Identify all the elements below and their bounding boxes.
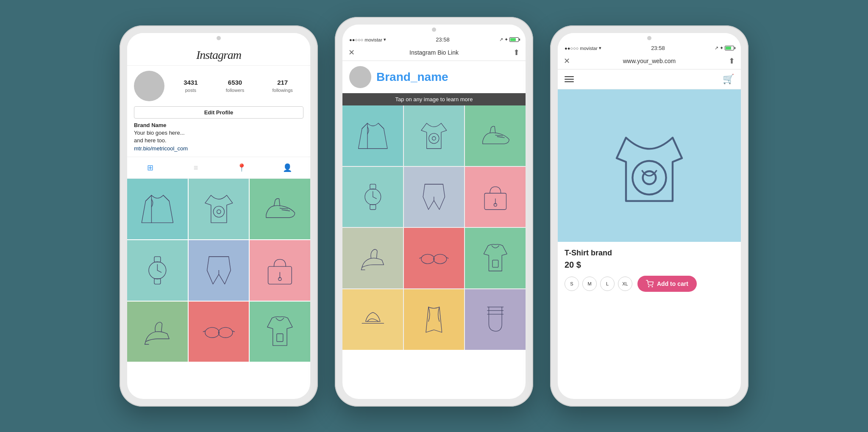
hamburger-menu-icon[interactable] xyxy=(565,76,574,82)
bio-grid-sunglasses[interactable] xyxy=(404,228,465,288)
bio-grid-pants[interactable] xyxy=(404,167,465,227)
signal-icon-2: ↗ xyxy=(499,37,503,42)
grid-item-shoes[interactable] xyxy=(250,179,310,239)
battery-2 xyxy=(509,37,519,42)
grid-item-bag[interactable] xyxy=(250,240,310,301)
size-s[interactable]: S xyxy=(565,277,579,291)
browser-close-3[interactable]: ✕ xyxy=(564,57,570,65)
followers-count: 6530 xyxy=(226,79,244,86)
phone-notch-3 xyxy=(558,33,741,43)
svg-line-30 xyxy=(497,136,504,138)
svg-line-47 xyxy=(420,258,421,258)
profile-tabs: ⊞ ≡ 📍 👤 xyxy=(127,157,310,179)
browser-close-2[interactable]: ✕ xyxy=(348,49,355,56)
wifi-icon-3: ▾ xyxy=(599,45,601,51)
grid-item-tshirt[interactable] xyxy=(189,179,249,239)
bio-grid-hoodie[interactable] xyxy=(465,228,526,288)
edit-profile-button[interactable]: Edit Profile xyxy=(134,106,303,119)
size-l[interactable]: L xyxy=(600,277,615,291)
hamburger-line-3 xyxy=(565,81,574,82)
svg-point-57 xyxy=(652,286,653,287)
add-to-cart-button[interactable]: Add to cart xyxy=(637,276,697,292)
grid-item-heels[interactable] xyxy=(127,302,188,362)
product-info: T-Shirt brand 20 $ S M L XL Add to cart xyxy=(558,242,741,299)
carrier-3: ●●○○○ movistar xyxy=(565,46,598,51)
stat-posts: 3431 posts xyxy=(184,79,198,94)
tab-list[interactable]: ≡ xyxy=(173,161,219,175)
svg-point-3 xyxy=(213,206,224,217)
add-to-cart-label: Add to cart xyxy=(657,280,688,287)
svg-line-31 xyxy=(495,135,503,136)
grid-item-sunglasses[interactable] xyxy=(189,302,249,362)
avatar xyxy=(134,71,164,101)
svg-point-56 xyxy=(648,286,649,287)
wifi-icon-2: ▾ xyxy=(384,37,386,42)
phone-instagram: Instagram 3431 posts 6530 followers xyxy=(120,25,318,407)
instagram-grid xyxy=(127,179,310,362)
status-time-2: 23:58 xyxy=(436,36,450,43)
tab-location[interactable]: 📍 xyxy=(219,161,264,175)
bio-grid-jacket[interactable] xyxy=(342,105,403,166)
svg-point-45 xyxy=(434,254,447,263)
bio-grid-bag[interactable] xyxy=(465,167,526,227)
battery-body-2 xyxy=(509,37,519,42)
svg-line-23 xyxy=(232,331,234,332)
svg-line-42 xyxy=(361,267,362,270)
bio-grid-socks[interactable] xyxy=(465,289,526,350)
svg-rect-24 xyxy=(277,334,283,342)
instagram-logo: Instagram xyxy=(134,48,303,62)
product-image xyxy=(558,89,741,242)
bio-grid-hat[interactable] xyxy=(342,289,403,350)
size-xl[interactable]: XL xyxy=(618,277,632,291)
stat-followings: 217 followings xyxy=(273,79,293,94)
followings-count: 217 xyxy=(273,79,293,86)
bio-line1: Your bio goes here... xyxy=(134,129,303,137)
grid-item-watch[interactable] xyxy=(127,240,188,301)
signal-icon-3: ↗ xyxy=(715,45,718,51)
bio-grid-heels[interactable] xyxy=(342,228,403,288)
size-m[interactable]: M xyxy=(582,277,597,291)
svg-line-48 xyxy=(447,258,448,258)
grid-item-pants[interactable] xyxy=(189,240,249,301)
phone-screen-product: ●●○○○ movistar ▾ 23:58 ↗ ✦ ✕ www.your_we… xyxy=(558,33,741,399)
hamburger-line-2 xyxy=(565,79,574,80)
brand-name: Brand Name xyxy=(134,122,303,128)
bluetooth-icon-3: ✦ xyxy=(720,45,723,51)
bluetooth-icon-2: ✦ xyxy=(504,37,508,42)
product-title: T-Shirt brand xyxy=(565,249,734,258)
phone-notch-2 xyxy=(342,25,526,35)
browser-url-3: www.your_web.com xyxy=(575,58,723,64)
bio-line2: and here too. xyxy=(134,137,303,144)
svg-point-4 xyxy=(217,210,220,214)
bio-grid-shoes[interactable] xyxy=(465,105,526,166)
bio-subtitle: Tap on any image to learn more xyxy=(342,93,526,105)
grid-item-hoodie[interactable] xyxy=(250,302,310,362)
svg-line-6 xyxy=(280,208,288,209)
svg-line-36 xyxy=(373,197,376,199)
svg-rect-33 xyxy=(370,184,376,189)
tag-icon: 👤 xyxy=(283,163,292,172)
bio-grid-tshirt[interactable] xyxy=(404,105,465,166)
cart-icon[interactable]: 🛒 xyxy=(723,74,734,85)
grid-item-jacket[interactable] xyxy=(127,179,188,239)
bio-grid-vest[interactable] xyxy=(404,289,465,350)
phone-notch xyxy=(127,33,310,43)
svg-point-44 xyxy=(421,254,434,263)
svg-point-29 xyxy=(432,136,436,140)
posts-count: 3431 xyxy=(184,79,198,86)
svg-point-19 xyxy=(205,327,219,338)
tab-tag[interactable]: 👤 xyxy=(264,161,310,175)
tab-grid[interactable]: ⊞ xyxy=(127,161,173,175)
grid-icon: ⊞ xyxy=(147,163,153,172)
status-bar-2: ●●○○○ movistar ▾ 23:58 ↗ ✦ xyxy=(342,35,526,44)
profile-stats: 3431 posts 6530 followers 217 followings xyxy=(173,79,303,94)
bio-link[interactable]: mtr.bio/metricool_com xyxy=(134,145,303,152)
phone-biolink: ●●○○○ movistar ▾ 23:58 ↗ ✦ ✕ Instagram B… xyxy=(335,17,533,407)
share-icon-2[interactable]: ⬆ xyxy=(513,48,520,57)
battery-body-3 xyxy=(725,46,734,50)
share-icon-3[interactable]: ⬆ xyxy=(729,56,735,66)
bio-grid xyxy=(342,105,526,350)
product-nav: 🛒 xyxy=(558,69,741,89)
browser-bar-2: ✕ Instagram Bio Link ⬆ xyxy=(342,44,526,61)
bio-grid-watch[interactable] xyxy=(342,167,403,227)
